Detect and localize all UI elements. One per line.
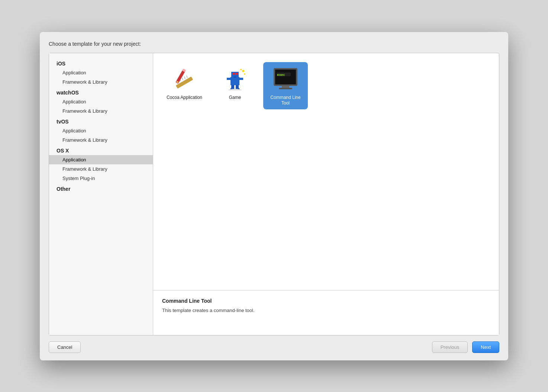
sidebar-item-tvos-application[interactable]: Application [49,126,153,135]
dialog-title: Choose a template for your new project: [49,41,499,47]
cocoa-application-icon [171,65,198,92]
sidebar-item-watchos-application[interactable]: Application [49,97,153,106]
sidebar-item-watchos-framework[interactable]: Framework & Library [49,106,153,116]
nav-buttons: Previous Next [432,341,499,353]
svg-rect-14 [227,78,231,80]
svg-point-20 [242,70,244,72]
next-button[interactable]: Next [472,341,499,353]
svg-rect-12 [235,73,238,75]
game-icon-svg [223,67,247,90]
command-line-tool-icon: exec [272,65,299,92]
svg-line-4 [184,77,185,79]
svg-text:exec: exec [277,73,285,77]
sidebar-category-watchos[interactable]: watchOS [49,87,153,97]
svg-rect-28 [282,86,289,88]
description-area: Command Line Tool This template creates … [153,290,499,335]
sidebar-category-ios[interactable]: iOS [49,58,153,68]
sidebar-item-ios-framework[interactable]: Framework & Library [49,77,153,87]
template-game[interactable]: Game [213,62,257,109]
sidebar-item-osx-application[interactable]: Application [49,155,153,164]
previous-button[interactable]: Previous [432,341,468,353]
description-title: Command Line Tool [162,298,490,304]
sidebar: iOS Application Framework & Library watc… [49,53,153,335]
sidebar-item-tvos-framework[interactable]: Framework & Library [49,135,153,145]
svg-line-5 [187,75,187,78]
main-panel: iOS Application Framework & Library watc… [49,53,499,335]
svg-rect-13 [233,76,236,78]
svg-point-21 [244,73,245,75]
game-icon [222,65,248,92]
template-command-line-tool[interactable]: exec Command Line Tool [263,62,308,109]
svg-rect-11 [232,73,235,75]
cocoa-application-label: Cocoa Application [167,95,202,101]
sidebar-category-osx[interactable]: OS X [49,145,153,155]
svg-rect-29 [279,88,292,89]
footer: Cancel Previous Next [49,341,499,353]
description-text: This template creates a command-line too… [162,307,490,314]
svg-rect-9 [231,77,239,85]
cmdtool-icon-svg: exec [272,65,299,92]
cocoa-icon-svg [173,67,196,90]
command-line-tool-label: Command Line Tool [266,95,305,106]
svg-rect-25 [275,70,296,84]
templates-grid: Cocoa Application [153,53,499,290]
svg-point-22 [240,69,242,70]
sidebar-item-osx-plugin[interactable]: System Plug-in [49,174,153,183]
sidebar-item-ios-application[interactable]: Application [49,68,153,77]
sidebar-item-osx-framework[interactable]: Framework & Library [49,164,153,174]
template-cocoa-application[interactable]: Cocoa Application [162,62,207,109]
content-area: Cocoa Application [153,53,499,335]
game-label: Game [229,95,241,101]
new-project-dialog: Choose a template for your new project: … [40,32,508,360]
sidebar-category-other[interactable]: Other [49,183,153,193]
svg-line-3 [182,78,183,80]
svg-point-23 [228,89,242,90]
sidebar-category-tvos[interactable]: tvOS [49,116,153,126]
cancel-button[interactable]: Cancel [49,341,81,353]
svg-rect-15 [239,78,243,80]
